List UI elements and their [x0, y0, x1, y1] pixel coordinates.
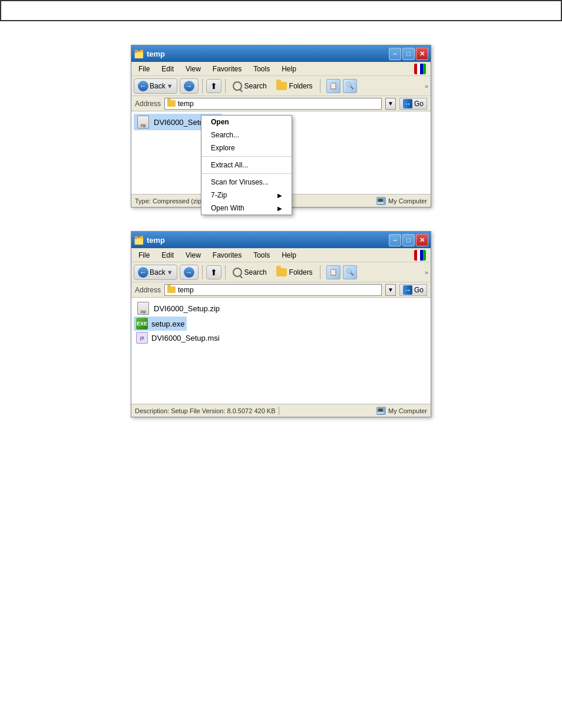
title-bar-1: 🗂️ temp – □ ✕ — [131, 45, 431, 62]
back-button-1[interactable]: ← Back ▼ — [134, 78, 177, 94]
address-folder-icon-1 — [167, 100, 176, 107]
my-computer-label-1: My Computer — [388, 197, 427, 205]
toolbar-sep-2a — [202, 265, 203, 279]
ctx-div-1a — [201, 156, 292, 157]
ctx-scan-1[interactable]: Scan for Viruses... — [201, 176, 292, 189]
folders-icon-1 — [276, 82, 287, 90]
windows-area: 🗂️ temp – □ ✕ File Edit View Favorites T… — [0, 33, 562, 429]
address-text-1: temp — [178, 100, 194, 108]
menu-view-1[interactable]: View — [183, 64, 203, 74]
go-label-2: Go — [414, 286, 424, 294]
back-button-2[interactable]: ← Back ▼ — [134, 265, 177, 280]
menu-favorites-1[interactable]: Favorites — [210, 64, 244, 74]
forward-button-1[interactable]: → — [180, 78, 199, 94]
ctx-explore-1[interactable]: Explore — [201, 141, 292, 154]
up-icon-2: ⬆ — [210, 268, 217, 277]
forward-button-2[interactable]: → — [180, 265, 199, 280]
folders-label-2: Folders — [289, 268, 313, 276]
extra-icons-1: 📋 🔍 — [326, 79, 357, 93]
menu-view-2[interactable]: View — [183, 250, 203, 261]
status-text-2: Description: Setup File Version: 8.0.507… — [135, 407, 275, 414]
menu-tools-2[interactable]: Tools — [251, 250, 272, 261]
menu-help-2[interactable]: Help — [279, 250, 299, 261]
toolbar-more-2[interactable]: » — [425, 269, 428, 276]
ctx-search-1[interactable]: Search... — [201, 129, 292, 141]
go-arrow-icon-2: → — [403, 285, 412, 295]
toolbar-1: ← Back ▼ → ⬆ Search Folders 📋 — [131, 76, 431, 96]
ctx-7zip-1[interactable]: 7-Zip ▶ — [201, 189, 292, 202]
toolbar-sep-1b — [225, 79, 226, 93]
minimize-button-2[interactable]: – — [389, 234, 401, 246]
go-button-1[interactable]: → Go — [399, 98, 427, 110]
menu-edit-1[interactable]: Edit — [159, 64, 176, 74]
window-1: 🗂️ temp – □ ✕ File Edit View Favorites T… — [131, 45, 431, 207]
zip-file-icon-1: zip — [137, 116, 149, 129]
address-input-2[interactable]: temp — [164, 284, 382, 296]
menu-help-1[interactable]: Help — [279, 64, 299, 74]
window-1-controls: – □ ✕ — [389, 48, 428, 60]
close-button-2[interactable]: ✕ — [416, 234, 428, 246]
back-dropdown-icon-2[interactable]: ▼ — [167, 269, 173, 276]
menu-bar-2: File Edit View Favorites Tools Help — [131, 248, 431, 262]
ctx-7zip-label-1: 7-Zip — [211, 191, 227, 199]
menu-edit-2[interactable]: Edit — [159, 250, 176, 261]
zip-icon-2: zip — [136, 301, 150, 315]
close-button-1[interactable]: ✕ — [416, 48, 428, 60]
menu-favorites-2[interactable]: Favorites — [210, 250, 244, 261]
extra-icon-2a[interactable]: 📋 — [326, 265, 340, 279]
toolbar-more-1[interactable]: » — [425, 83, 428, 90]
go-label-1: Go — [414, 100, 424, 108]
search-button-2[interactable]: Search — [229, 266, 270, 279]
extra-icons-2: 📋 🔍 — [326, 265, 357, 279]
my-computer-icon-2: 💻 — [376, 407, 386, 415]
maximize-button-1[interactable]: □ — [402, 48, 415, 60]
ctx-7zip-arrow-1: ▶ — [277, 192, 282, 199]
extra-icon-2b[interactable]: 🔍 — [343, 265, 357, 279]
xp-flag-2 — [414, 250, 426, 261]
folders-button-2[interactable]: Folders — [273, 266, 316, 278]
file-item-exe-2[interactable]: EXE setup.exe — [134, 317, 187, 331]
ctx-open-1[interactable]: Open — [201, 116, 292, 129]
menu-file-2[interactable]: File — [136, 250, 152, 261]
status-text-1: Type: Compressed (zip — [135, 197, 201, 205]
title-bar-2: 🗂️ temp – □ ✕ — [131, 232, 431, 248]
address-dropdown-1[interactable]: ▼ — [385, 98, 396, 110]
menu-tools-1[interactable]: Tools — [251, 64, 272, 74]
back-dropdown-icon-1[interactable]: ▼ — [167, 83, 173, 90]
ctx-openwith-1[interactable]: Open With ▶ — [201, 202, 292, 215]
file-name-zip-2: DVI6000_Setup.zip — [154, 304, 220, 313]
toolbar-sep-1a — [202, 79, 203, 93]
minimize-button-1[interactable]: – — [389, 48, 401, 60]
my-computer-1: 💻 My Computer — [376, 197, 427, 205]
menu-file-1[interactable]: File — [136, 64, 152, 74]
file-item-msi-2[interactable]: j5 DVI6000_Setup.msi — [134, 331, 222, 345]
address-dropdown-2[interactable]: ▼ — [385, 284, 396, 296]
folders-icon-2 — [276, 268, 287, 276]
ctx-extract-1[interactable]: Extract All... — [201, 159, 292, 172]
window-2-icon: 🗂️ — [134, 235, 143, 245]
file-name-msi-2: DVI6000_Setup.msi — [151, 334, 220, 342]
extra-icon-1a[interactable]: 📋 — [326, 79, 340, 93]
toolbar-sep-2c — [320, 265, 320, 279]
back-arrow-icon-1: ← — [138, 81, 148, 91]
msi-icon-2: j5 — [136, 332, 148, 344]
folders-button-1[interactable]: Folders — [273, 80, 316, 92]
back-label-2: Back — [150, 268, 166, 276]
search-button-1[interactable]: Search — [229, 80, 270, 93]
my-computer-icon-1: 💻 — [376, 197, 386, 205]
go-arrow-icon-1: → — [403, 99, 412, 108]
up-icon-1: ⬆ — [210, 81, 217, 91]
zip-icon-1: zip — [136, 115, 150, 129]
menu-bar-1: File Edit View Favorites Tools Help — [131, 62, 431, 76]
folders-label-1: Folders — [289, 82, 313, 90]
ctx-openwith-label-1: Open With — [211, 204, 244, 212]
zip-file-icon-2: zip — [137, 302, 149, 315]
up-button-2[interactable]: ⬆ — [206, 265, 222, 279]
address-text-2: temp — [178, 286, 194, 294]
maximize-button-2[interactable]: □ — [402, 234, 415, 246]
address-input-1[interactable]: temp — [164, 98, 382, 110]
file-item-zip-2[interactable]: zip DVI6000_Setup.zip — [134, 300, 222, 317]
up-button-1[interactable]: ⬆ — [206, 79, 222, 93]
go-button-2[interactable]: → Go — [399, 284, 427, 296]
extra-icon-1b[interactable]: 🔍 — [343, 79, 357, 93]
